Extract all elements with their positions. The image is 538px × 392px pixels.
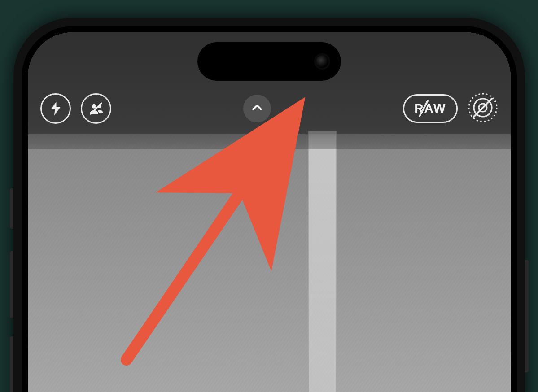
shared-library-off-icon (88, 100, 104, 117)
toolbar-right-group: RAW (403, 93, 498, 124)
front-camera-lens (316, 55, 328, 68)
live-photo-toggle-button[interactable] (468, 93, 498, 124)
camera-options-expand-button[interactable] (243, 95, 271, 122)
side-button-silent-switch (10, 188, 13, 229)
live-photo-off-icon (468, 92, 498, 125)
phone-bezel: RAW (22, 26, 517, 392)
side-button-volume-up (10, 251, 13, 318)
toolbar-left-group (40, 93, 111, 124)
chevron-up-icon (250, 101, 264, 116)
phone-hardware-frame: RAW (13, 18, 525, 392)
screen: RAW (28, 32, 511, 392)
flash-toggle-button[interactable] (40, 93, 71, 124)
side-button-power (525, 260, 529, 372)
raw-toggle-button[interactable]: RAW (403, 94, 457, 123)
camera-top-toolbar: RAW (28, 91, 511, 126)
raw-label: RAW (414, 101, 446, 116)
side-button-volume-down (10, 336, 13, 392)
flash-icon (48, 100, 64, 117)
svg-point-0 (92, 104, 96, 109)
dynamic-island (197, 42, 341, 81)
shared-library-toggle-button[interactable] (81, 93, 111, 124)
